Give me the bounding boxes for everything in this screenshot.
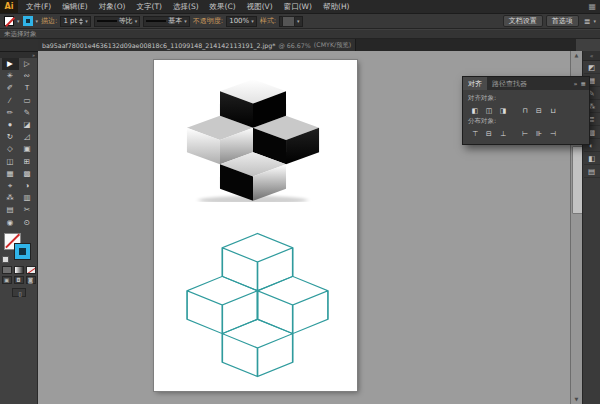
eraser-tool[interactable]: ◪ xyxy=(19,119,36,131)
none-button[interactable] xyxy=(26,266,36,274)
scroll-down-icon[interactable]: ▼ xyxy=(571,395,582,404)
stroke-profile-preview xyxy=(97,20,117,22)
distribute-vertical-bottom-button[interactable]: ⊥ xyxy=(496,128,510,139)
appearance-panel-icon[interactable]: ◧ xyxy=(584,152,600,165)
blob-brush-tool[interactable]: ● xyxy=(2,119,19,131)
panel-menu-icon[interactable]: ≣ xyxy=(581,80,586,88)
magic-wand-tool[interactable]: ✳ xyxy=(2,70,19,82)
artboard-tool[interactable]: ▤ xyxy=(2,204,19,216)
blend-tool[interactable]: ◑ xyxy=(19,180,36,192)
stroke-weight-label[interactable]: 描边: xyxy=(41,16,57,26)
distribute-horizontal-right-button[interactable]: ⊣ xyxy=(546,128,560,139)
mesh-tool[interactable]: ▦ xyxy=(2,168,19,180)
menu-edit[interactable]: 编辑(E) xyxy=(62,2,88,12)
collapse-panel-icon[interactable]: » xyxy=(574,80,578,88)
menu-object[interactable]: 对象(O) xyxy=(99,2,126,12)
control-bar: ▾ ▾ 描边: 1 pt ▾ 等比 ▾ 基本 ▾ 不透明度: 100% ▾ 样式… xyxy=(0,14,600,29)
default-fill-stroke-icon[interactable] xyxy=(2,256,9,263)
screen-mode-button[interactable]: ▯ xyxy=(12,288,26,297)
width-tool[interactable]: ◇ xyxy=(2,143,19,155)
hand-tool[interactable]: ◉ xyxy=(2,216,19,228)
stroke-color-swatch[interactable] xyxy=(15,244,30,259)
chevron-down-icon: ▾ xyxy=(85,19,88,24)
align-horizontal-left-button[interactable]: ◧ xyxy=(468,105,482,116)
line-segment-tool[interactable]: ∕ xyxy=(2,95,19,107)
style-label[interactable]: 样式: xyxy=(260,16,276,26)
chevron-down-icon: ▾ xyxy=(184,19,187,24)
opacity-combo[interactable]: 100% ▾ xyxy=(226,16,257,27)
slice-tool[interactable]: ✂ xyxy=(19,204,36,216)
direct-selection-tool[interactable]: ▷ xyxy=(19,58,36,70)
zoom-tool[interactable]: ⊙ xyxy=(19,216,36,228)
symbol-sprayer-tool[interactable]: ⁂ xyxy=(2,192,19,204)
panel-menu-icon[interactable]: ≣ xyxy=(584,17,591,26)
solid-cubes-artwork[interactable] xyxy=(185,78,321,202)
rotate-tool[interactable]: ↻ xyxy=(2,131,19,143)
tab-pathfinder[interactable]: 路径查找器 xyxy=(487,77,532,90)
fill-stroke-control xyxy=(0,232,37,264)
stroke-weight-stepper[interactable] xyxy=(79,18,83,25)
column-graph-tool[interactable]: ▥ xyxy=(19,192,36,204)
layers-panel-icon[interactable]: ▤ xyxy=(584,165,600,178)
draw-normal-icon[interactable]: ▣ xyxy=(2,276,12,284)
menu-bar: Ai 文件(F)编辑(E)对象(O)文字(T)选择(S)效果(C)视图(V)窗口… xyxy=(0,0,600,14)
draw-behind-icon[interactable]: ◘ xyxy=(14,276,24,284)
lasso-tool[interactable]: ∾ xyxy=(19,70,36,82)
distribute-horizontal-left-button[interactable]: ⊢ xyxy=(518,128,532,139)
menu-type[interactable]: 文字(T) xyxy=(137,2,162,12)
brush-definition-combo[interactable]: 基本 ▾ xyxy=(143,16,190,27)
document-color-mode: (CMYK/预览) xyxy=(314,41,351,50)
menu-view[interactable]: 视图(V) xyxy=(247,2,273,12)
distribute-objects-row: ⊤⊟⊥⊢⊪⊣ xyxy=(468,128,584,139)
brush-preview xyxy=(146,20,166,22)
menu-effect[interactable]: 效果(C) xyxy=(210,2,236,12)
gradient-tool[interactable]: ▩ xyxy=(19,168,36,180)
menu-help[interactable]: 帮助(H) xyxy=(323,2,350,12)
scroll-up-icon[interactable]: ▲ xyxy=(571,51,582,60)
align-objects-row: ◧◫◨⊓⊟⊔ xyxy=(468,105,584,116)
perspective-grid-tool[interactable]: ⊞ xyxy=(19,156,36,168)
align-horizontal-right-button[interactable]: ◨ xyxy=(496,105,510,116)
distribute-vertical-top-button[interactable]: ⊤ xyxy=(468,128,482,139)
color-panel-icon[interactable]: ◩ xyxy=(584,61,600,74)
chevron-down-icon[interactable]: ▾ xyxy=(36,19,39,24)
rectangle-tool[interactable]: ▭ xyxy=(19,95,36,107)
wireframe-cubes-artwork[interactable] xyxy=(185,232,330,378)
paintbrush-tool[interactable]: ✏ xyxy=(2,107,19,119)
menu-window[interactable]: 窗口(W) xyxy=(284,2,312,12)
eyedropper-tool[interactable]: ⌖ xyxy=(2,180,19,192)
selection-tool[interactable]: ▶ xyxy=(2,58,19,70)
document-tab[interactable]: ba95aaf78001e4636132d09ae00818c6_1109914… xyxy=(38,39,356,51)
chevron-down-icon[interactable]: ▾ xyxy=(17,19,20,24)
draw-inside-icon[interactable]: ◙ xyxy=(26,276,36,284)
chevron-down-icon[interactable]: ▾ xyxy=(593,19,596,24)
stroke-swatch[interactable] xyxy=(23,16,33,26)
width-profile-combo[interactable]: 等比 ▾ xyxy=(94,16,141,27)
menu-select[interactable]: 选择(S) xyxy=(173,2,199,12)
style-combo[interactable]: ▾ xyxy=(279,16,303,27)
align-vertical-center-button[interactable]: ⊟ xyxy=(532,105,546,116)
type-tool[interactable]: T xyxy=(19,82,36,94)
document-setup-button[interactable]: 文档设置 xyxy=(503,15,543,27)
scale-tool[interactable]: ◿ xyxy=(19,131,36,143)
pen-tool[interactable]: ✐ xyxy=(2,82,19,94)
color-button[interactable] xyxy=(2,266,12,274)
shape-builder-tool[interactable]: ◫ xyxy=(2,156,19,168)
gradient-button[interactable] xyxy=(14,266,24,274)
distribute-horizontal-center-button[interactable]: ⊪ xyxy=(532,128,546,139)
tab-align[interactable]: 对齐 xyxy=(463,77,487,90)
free-transform-tool[interactable]: ▣ xyxy=(19,143,36,155)
stroke-weight-combo[interactable]: 1 pt ▾ xyxy=(60,16,90,27)
align-vertical-top-button[interactable]: ⊓ xyxy=(518,105,532,116)
opacity-label[interactable]: 不透明度: xyxy=(193,16,223,26)
fill-swatch[interactable] xyxy=(4,16,14,26)
selection-status-row: 未选择对象 xyxy=(0,30,600,39)
pencil-tool[interactable]: ✎ xyxy=(19,107,36,119)
preferences-button[interactable]: 首选项 xyxy=(546,15,579,27)
align-vertical-bottom-button[interactable]: ⊔ xyxy=(546,105,560,116)
menu-file[interactable]: 文件(F) xyxy=(26,2,51,12)
workspace-icon[interactable]: ▦ xyxy=(588,2,596,11)
align-horizontal-center-button[interactable]: ◫ xyxy=(482,105,496,116)
expand-dock-icon[interactable]: « xyxy=(583,51,600,61)
distribute-vertical-center-button[interactable]: ⊟ xyxy=(482,128,496,139)
